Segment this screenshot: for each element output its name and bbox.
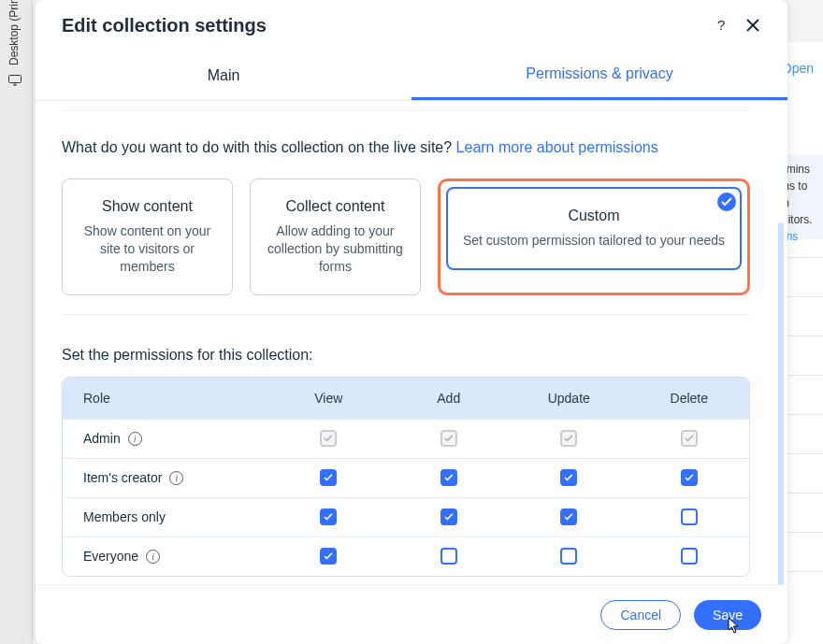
bg-left-label: Desktop (Prima [7, 0, 21, 65]
cb-creator-add[interactable] [440, 469, 457, 486]
cb-admin-view [320, 430, 337, 447]
cb-members-delete[interactable] [681, 508, 698, 525]
card-show-desc: Show content on your site to visitors or… [78, 222, 217, 276]
row-members: Members only [63, 497, 749, 537]
cb-everyone-add[interactable] [440, 548, 457, 565]
col-role: Role [63, 391, 268, 406]
card-collect-content[interactable]: Collect content Allow adding to your col… [250, 179, 421, 295]
cancel-button[interactable]: Cancel [600, 600, 681, 630]
col-delete: Delete [629, 391, 750, 406]
col-view: View [268, 391, 389, 406]
question-text: What do you want to do with this collect… [62, 139, 452, 155]
role-everyone-label: Everyone [83, 549, 138, 564]
card-collect-desc: Allow adding to your collection by submi… [266, 222, 405, 276]
close-icon[interactable] [744, 17, 761, 34]
help-icon[interactable]: ? [713, 17, 729, 34]
svg-rect-0 [9, 76, 22, 83]
cb-admin-delete [681, 430, 698, 447]
card-custom-desc: Set custom permission tailored to your n… [463, 232, 725, 250]
cb-members-view[interactable] [320, 508, 337, 525]
cb-admin-add [440, 430, 457, 447]
info-icon[interactable]: i [169, 471, 183, 485]
cb-creator-update[interactable] [560, 469, 577, 486]
col-add: Add [389, 391, 510, 406]
cb-admin-update [560, 430, 577, 447]
info-icon[interactable]: i [128, 432, 142, 446]
svg-text:?: ? [717, 18, 725, 33]
col-update: Update [509, 391, 629, 406]
tab-permissions[interactable]: Permissions & privacy [412, 50, 787, 100]
card-custom[interactable]: Custom Set custom permission tailored to… [446, 187, 742, 270]
cursor-icon [726, 616, 743, 638]
cb-everyone-update[interactable] [560, 548, 577, 565]
card-show-content[interactable]: Show content Show content on your site t… [62, 179, 233, 295]
cb-creator-delete[interactable] [681, 469, 698, 486]
role-admin-label: Admin [83, 431, 121, 446]
role-creator-label: Item's creator [83, 470, 162, 485]
role-members-label: Members only [83, 509, 166, 524]
desktop-icon [8, 73, 22, 90]
cb-members-add[interactable] [440, 508, 457, 525]
card-show-title: Show content [78, 198, 217, 215]
learn-more-link[interactable]: Learn more about permissions [456, 139, 658, 155]
edit-collection-modal: Edit collection settings ? Main Permissi… [36, 0, 787, 644]
cb-everyone-delete[interactable] [681, 548, 698, 565]
check-icon [717, 193, 736, 211]
info-icon[interactable]: i [146, 550, 160, 564]
cb-everyone-view[interactable] [320, 548, 337, 565]
cb-creator-view[interactable] [320, 469, 337, 486]
card-collect-title: Collect content [266, 198, 405, 215]
tab-main[interactable]: Main [36, 50, 412, 100]
row-creator: Item's creatori [63, 458, 749, 497]
card-custom-title: Custom [463, 208, 725, 224]
row-everyone: Everyonei [63, 537, 749, 576]
row-admin: Admini [63, 419, 749, 458]
modal-title: Edit collection settings [62, 15, 713, 36]
scrollbar[interactable] [778, 222, 784, 584]
question-row: What do you want to do with this collect… [62, 139, 750, 156]
cb-members-update[interactable] [560, 508, 577, 525]
permissions-table: Role View Add Update Delete Admini Item'… [62, 377, 750, 577]
permissions-heading: Set the permissions for this collection: [62, 347, 750, 364]
